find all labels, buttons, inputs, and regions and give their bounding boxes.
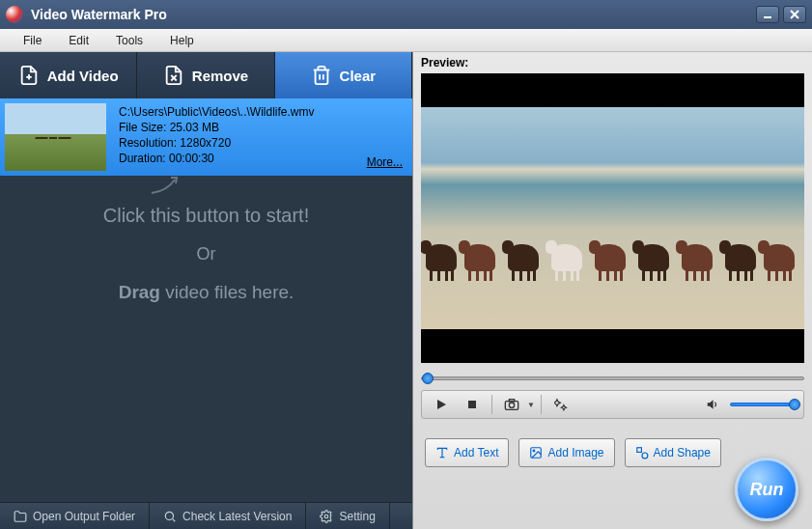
file-thumbnail — [5, 103, 106, 171]
check-version-label: Check Latest Version — [182, 510, 292, 523]
file-list: C:\Users\Public\Videos\..\Wildlife.wmv F… — [0, 98, 412, 176]
preview-area — [421, 73, 804, 363]
snapshot-dropdown[interactable]: ▼ — [527, 401, 535, 409]
minimize-button[interactable] — [756, 6, 779, 23]
file-duration: Duration: 00:00:30 — [119, 151, 405, 166]
run-button[interactable]: Run — [735, 458, 798, 521]
drop-or: Or — [197, 244, 216, 264]
file-row[interactable]: C:\Users\Public\Videos\..\Wildlife.wmv F… — [0, 98, 412, 176]
remove-file-icon — [163, 65, 184, 86]
menu-edit[interactable]: Edit — [55, 34, 102, 47]
search-icon — [163, 510, 177, 523]
menu-file[interactable]: File — [10, 34, 55, 47]
playback-controls: ▼ — [421, 390, 804, 419]
svg-point-15 — [509, 403, 514, 407]
preview-label: Preview: — [413, 52, 812, 73]
clear-label: Clear — [340, 68, 377, 84]
left-panel: Add Video Remove Clear C:\Users\Public\V… — [0, 52, 412, 529]
image-icon — [529, 446, 543, 459]
add-shape-button[interactable]: Add Shape — [625, 438, 721, 467]
add-text-label: Add Text — [454, 446, 498, 459]
drop-instruction-2: Drag video files here. — [119, 282, 294, 303]
stop-button[interactable] — [459, 394, 486, 415]
file-resolution: Resolution: 1280x720 — [119, 135, 405, 151]
seek-bar[interactable] — [421, 371, 804, 386]
clear-button[interactable]: Clear — [275, 52, 412, 98]
add-image-label: Add Image — [547, 446, 603, 459]
svg-rect-22 — [636, 448, 641, 453]
open-output-folder-button[interactable]: Open Output Folder — [0, 503, 150, 529]
svg-point-23 — [642, 453, 648, 459]
svg-line-10 — [173, 518, 176, 521]
volume-slider[interactable] — [730, 403, 798, 406]
status-bar: Open Output Folder Check Latest Version … — [0, 502, 412, 529]
file-size: File Size: 25.03 MB — [119, 120, 405, 135]
title-bar: Video Watermark Pro — [0, 0, 812, 29]
close-button[interactable] — [783, 6, 806, 23]
volume-thumb[interactable] — [789, 399, 800, 410]
folder-icon — [14, 510, 27, 523]
more-link[interactable]: More... — [367, 154, 403, 170]
pointer-arrow-icon — [150, 176, 179, 195]
file-path: C:\Users\Public\Videos\..\Wildlife.wmv — [119, 104, 405, 120]
add-text-button[interactable]: Add Text — [425, 438, 509, 467]
file-info: C:\Users\Public\Videos\..\Wildlife.wmv F… — [111, 98, 412, 176]
open-output-label: Open Output Folder — [33, 510, 135, 523]
shape-icon — [635, 446, 649, 459]
remove-button[interactable]: Remove — [137, 52, 274, 98]
svg-rect-16 — [509, 400, 514, 402]
app-logo-icon — [6, 6, 23, 23]
svg-rect-13 — [468, 401, 476, 408]
svg-point-21 — [534, 450, 536, 452]
add-video-label: Add Video — [47, 68, 119, 84]
svg-point-9 — [165, 512, 173, 519]
drop-instruction-1: Click this button to start! — [103, 205, 309, 227]
effects-button[interactable] — [547, 394, 574, 415]
add-file-icon — [18, 65, 40, 86]
setting-label: Setting — [339, 510, 375, 523]
setting-button[interactable]: Setting — [306, 503, 389, 529]
app-title: Video Watermark Pro — [31, 7, 756, 22]
seek-thumb[interactable] — [422, 373, 434, 384]
gear-icon — [320, 510, 333, 523]
add-video-button[interactable]: Add Video — [0, 52, 137, 98]
menu-tools[interactable]: Tools — [102, 34, 156, 47]
divider — [541, 395, 542, 414]
drop-area[interactable]: Click this button to start! Or Drag vide… — [0, 176, 412, 502]
play-button[interactable] — [428, 394, 455, 415]
remove-label: Remove — [192, 68, 248, 84]
check-version-button[interactable]: Check Latest Version — [150, 503, 306, 529]
run-label: Run — [750, 480, 784, 500]
text-icon — [435, 446, 449, 459]
divider — [491, 395, 492, 414]
right-panel: Preview: — [412, 52, 812, 529]
svg-point-11 — [325, 515, 329, 518]
preview-frame — [421, 107, 804, 329]
volume-button[interactable] — [699, 394, 726, 415]
toolbar: Add Video Remove Clear — [0, 52, 412, 98]
menu-bar: File Edit Tools Help — [0, 29, 812, 52]
snapshot-button[interactable] — [498, 394, 525, 415]
svg-marker-12 — [437, 400, 446, 409]
trash-icon — [311, 65, 332, 86]
svg-marker-17 — [708, 400, 714, 408]
add-image-button[interactable]: Add Image — [518, 438, 614, 467]
menu-help[interactable]: Help — [156, 34, 208, 47]
add-shape-label: Add Shape — [654, 446, 711, 459]
